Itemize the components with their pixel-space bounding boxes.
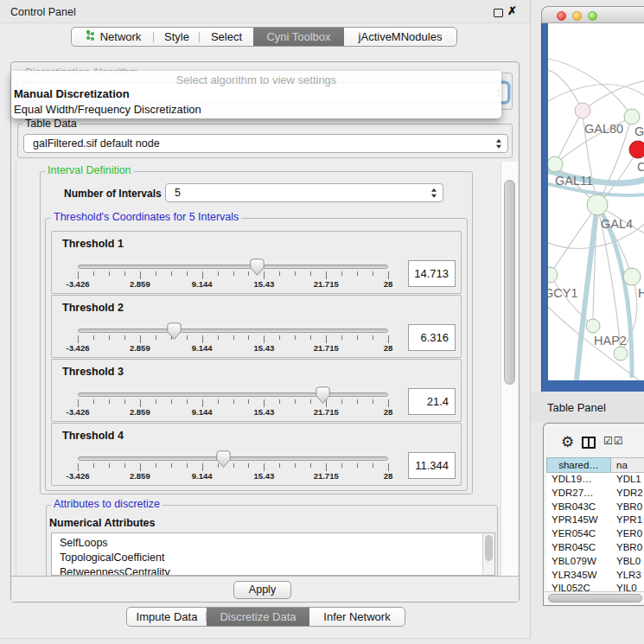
- slider-thumb[interactable]: [316, 386, 330, 408]
- slider-track[interactable]: [78, 456, 388, 461]
- table-hscrollbar[interactable]: [545, 591, 644, 604]
- popup-option-manual-discretization[interactable]: Manual Discretization: [11, 86, 501, 102]
- tab-impute-data[interactable]: Impute Data: [127, 608, 207, 626]
- network-node-gal80[interactable]: [575, 103, 590, 118]
- network-node-gal4[interactable]: [587, 194, 608, 215]
- slider-scale-label: 28: [384, 343, 393, 353]
- tab-label: Network: [100, 30, 142, 43]
- network-node-label: GAL11: [555, 174, 593, 188]
- cell-shared-name: YER054C: [546, 527, 611, 541]
- tab-network[interactable]: Network: [72, 28, 154, 46]
- close-icon[interactable]: ✗: [507, 4, 517, 17]
- tab-infer-network[interactable]: Infer Network: [309, 608, 405, 626]
- popup-option-equal-width[interactable]: Equal Width/Frequency Discretization: [11, 102, 501, 118]
- zoom-traffic-light[interactable]: [588, 11, 597, 21]
- table-hscrollbar-thumb[interactable]: [548, 594, 642, 603]
- slider-thumb[interactable]: [250, 258, 265, 280]
- apply-button[interactable]: Apply: [233, 581, 291, 599]
- panel-scrollbar-thumb[interactable]: [504, 180, 515, 385]
- table-row[interactable]: YPR145WYPR1: [546, 513, 644, 527]
- tab-label: Style: [164, 30, 189, 43]
- table-panel-title: Table Panel: [547, 401, 606, 414]
- network-node-c[interactable]: [629, 141, 644, 158]
- table-row[interactable]: YDR27…YDR2: [546, 487, 644, 501]
- minimize-traffic-light[interactable]: [572, 11, 582, 21]
- network-node-ga[interactable]: [624, 109, 640, 124]
- number-of-intervals-value: 5: [175, 187, 181, 199]
- network-node-gal11[interactable]: [548, 156, 563, 172]
- slider-scale-label: 21.715: [314, 343, 339, 353]
- slider-scale-label: 15.43: [254, 471, 275, 481]
- tab-style[interactable]: Style: [154, 28, 200, 46]
- slider-scale-label: 21.715: [314, 471, 339, 481]
- attribute-list-item[interactable]: TopologicalCoefficient: [52, 551, 494, 565]
- panel-scrollbar[interactable]: [501, 162, 518, 576]
- float-window-icon[interactable]: [494, 9, 503, 17]
- numerical-attributes-label: Numerical Attributes: [49, 517, 155, 529]
- table-row[interactable]: YBL079WYBL0: [546, 555, 644, 569]
- network-node[interactable]: [614, 347, 628, 360]
- gear-icon[interactable]: ⚙: [561, 433, 574, 450]
- tab-cyni-toolbox[interactable]: Cyni Toolbox: [253, 28, 344, 46]
- numerical-attributes-list[interactable]: SelfLoopsTopologicalCoefficientBetweenne…: [51, 532, 495, 576]
- slider-track[interactable]: [78, 392, 388, 397]
- list-scrollbar-thumb[interactable]: [485, 535, 493, 561]
- slider-scale-label: -3.426: [67, 343, 90, 353]
- slider-thumb[interactable]: [216, 450, 231, 472]
- table-row[interactable]: YER054CYER0: [546, 527, 644, 541]
- cell-shared-name: YDR27…: [546, 487, 611, 501]
- tab-label: Cyni Toolbox: [266, 30, 330, 43]
- table-row[interactable]: YBR045CYBR0: [546, 541, 644, 555]
- column-header-name[interactable]: na: [611, 457, 644, 473]
- network-node-gcy1[interactable]: [548, 267, 558, 283]
- table-row[interactable]: YIL052CYIL0: [546, 582, 644, 591]
- slider-scale-label: 9.144: [192, 407, 213, 417]
- tab-label: Discretize Data: [220, 610, 296, 623]
- slider-scale-label: -3.426: [67, 471, 90, 481]
- cell-shared-name: YBL079W: [546, 555, 611, 569]
- column-header-shared-name[interactable]: shared…: [546, 457, 611, 473]
- popup-placeholder-item[interactable]: Select algorithm to view settings: [11, 71, 501, 86]
- tab-label: Impute Data: [137, 610, 198, 623]
- slider-scale-label: 21.715: [314, 279, 339, 289]
- attribute-list-item[interactable]: BetweennessCentrality: [52, 565, 494, 576]
- bottom-tabs: Impute DataDiscretize DataInfer Network: [126, 607, 405, 627]
- tab-jactivemnodules[interactable]: jActiveMNodules: [344, 28, 456, 46]
- select-columns-icon[interactable]: ☑☑: [603, 435, 624, 447]
- threshold-value-field[interactable]: 14.713: [408, 260, 456, 287]
- tab-select[interactable]: Select: [200, 28, 253, 46]
- threshold-value-field[interactable]: 21.4: [408, 388, 456, 415]
- number-of-intervals-combobox[interactable]: 5: [165, 183, 443, 202]
- threshold-value-field[interactable]: 11.344: [408, 452, 456, 479]
- slider-track[interactable]: [78, 328, 388, 333]
- table-data-combobox[interactable]: galFiltered.sif default node: [23, 134, 508, 153]
- close-traffic-light[interactable]: [557, 11, 566, 21]
- slider-track[interactable]: [78, 265, 388, 269]
- cell-shared-name: YBR045C: [546, 541, 611, 555]
- network-node-hap2[interactable]: [586, 319, 600, 333]
- table-row[interactable]: YDL19…YDL1: [546, 473, 644, 487]
- split-columns-icon[interactable]: [582, 437, 596, 449]
- network-node-label: HAP2: [594, 334, 627, 348]
- tab-discretize-data[interactable]: Discretize Data: [207, 608, 309, 626]
- cell-name: YBR0: [611, 541, 642, 555]
- threshold-value-field[interactable]: 6.316: [408, 324, 456, 351]
- table-row[interactable]: YLR345WYLR3: [546, 569, 644, 583]
- slider-scale-label: 15.43: [254, 343, 275, 353]
- network-node-h[interactable]: [623, 268, 641, 285]
- attribute-list-item[interactable]: SelfLoops: [52, 536, 494, 551]
- table-data-group-title: Table Data: [22, 118, 80, 130]
- slider-scale-label: 15.43: [254, 279, 275, 289]
- cell-name: YIL0: [611, 582, 637, 591]
- table-row[interactable]: YBR043CYBR0: [546, 501, 644, 514]
- slider-thumb[interactable]: [167, 322, 182, 344]
- slider-scale-label: 2.859: [130, 343, 150, 353]
- network-canvas[interactable]: GAL80GACGAL11GAL4GCY1HHAP2: [548, 23, 644, 380]
- slider-scale-label: 9.144: [192, 343, 213, 353]
- combo-arrows-icon: [431, 188, 437, 198]
- cell-shared-name: YLR345W: [546, 569, 611, 583]
- slider-scale-label: 2.859: [130, 407, 150, 417]
- network-node-label: GAL4: [601, 217, 633, 231]
- list-scrollbar[interactable]: [482, 533, 494, 576]
- combo-arrows-icon: [496, 139, 501, 149]
